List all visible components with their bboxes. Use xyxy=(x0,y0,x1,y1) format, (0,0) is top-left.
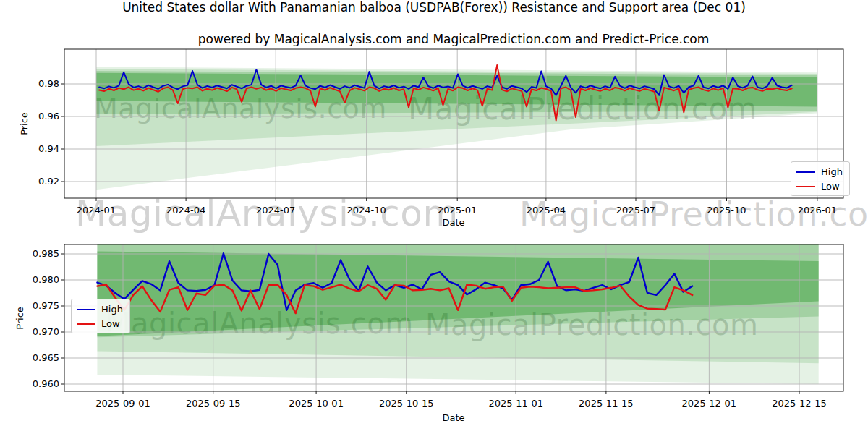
y-tick-label: 0.975 xyxy=(19,300,59,311)
x-tick-label: 2024-10 xyxy=(334,205,399,216)
y-tick-label: 0.965 xyxy=(19,352,59,363)
legend-line-swatch xyxy=(796,186,815,187)
watermark-analysis-chart1: MagicalAnalysis.com xyxy=(94,93,387,124)
legend-label: Low xyxy=(101,318,120,330)
legend-label: High xyxy=(101,303,123,315)
x-tick-label: 2025-04 xyxy=(514,205,579,216)
y-tick-label: 0.96 xyxy=(19,111,59,122)
legend-entry: Low xyxy=(796,180,843,192)
y-tick-label: 0.960 xyxy=(19,378,59,389)
y-tick-label: 0.98 xyxy=(19,78,59,89)
y-tick-label: 0.970 xyxy=(19,326,59,337)
legend-chart2: HighLow xyxy=(71,299,130,333)
x-tick-label: 2024-07 xyxy=(243,205,308,216)
y-tick-label: 0.94 xyxy=(19,143,59,154)
y-tick-label: 0.985 xyxy=(19,248,59,259)
x-tick-label: 2025-11-15 xyxy=(574,398,639,409)
figure-canvas: MagicalAnalysis.com MagicalPrediction.co… xyxy=(0,0,868,434)
series-line-high xyxy=(97,253,692,310)
legend-label: High xyxy=(821,166,843,178)
legend-entry: Low xyxy=(77,318,123,330)
x-tick-label: 2026-01 xyxy=(785,205,850,216)
watermark-analysis-chart2: MagicalAnalysis.com xyxy=(106,307,414,340)
x-tick-label: 2025-07 xyxy=(603,205,668,216)
chart1-x-axis-label: Date xyxy=(442,217,464,228)
x-tick-label: 2025-09-01 xyxy=(90,398,156,409)
legend-entry: High xyxy=(796,166,843,178)
x-tick-label: 2025-10 xyxy=(694,205,759,216)
x-tick-label: 2025-01 xyxy=(425,205,490,216)
x-tick-label: 2025-12-01 xyxy=(676,398,741,409)
chart2-x-axis-label: Date xyxy=(442,412,464,423)
watermark-prediction-chart2: MagicalPrediction.com xyxy=(425,308,759,341)
support-resistance-wide-band xyxy=(97,244,818,363)
watermark-prediction-chart1: MagicalPrediction.com xyxy=(408,91,757,127)
legend-entry: High xyxy=(77,303,123,315)
x-tick-label: 2025-10-01 xyxy=(284,398,349,409)
legend-line-swatch xyxy=(77,309,95,310)
x-tick-label: 2024-01 xyxy=(64,205,129,216)
legend-label: Low xyxy=(821,180,840,192)
x-tick-label: 2025-11-01 xyxy=(483,398,548,409)
figure-title: United States dollar With Panamanian bal… xyxy=(0,0,868,14)
figure-subtitle: powered by MagicalAnalysis.com and Magic… xyxy=(20,32,868,46)
x-tick-label: 2025-10-15 xyxy=(374,398,439,409)
legend-chart1: HighLow xyxy=(791,161,850,196)
x-tick-label: 2025-09-15 xyxy=(181,398,246,409)
legend-line-swatch xyxy=(796,171,815,173)
y-tick-label: 0.980 xyxy=(19,274,59,285)
legend-line-swatch xyxy=(77,323,95,325)
x-tick-label: 2024-04 xyxy=(153,205,218,216)
support-resistance-outer-band xyxy=(96,67,817,190)
x-tick-label: 2025-12-15 xyxy=(767,398,832,409)
y-tick-label: 0.92 xyxy=(19,176,59,187)
